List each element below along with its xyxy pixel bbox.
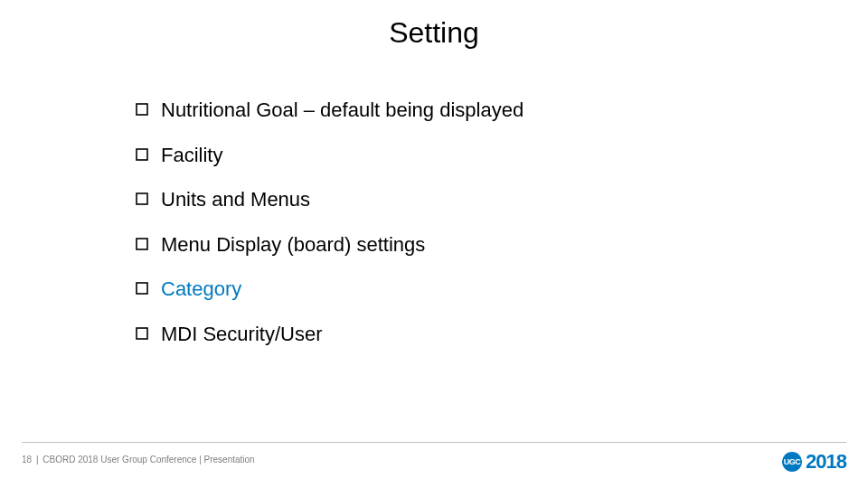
checkbox-bullet-icon — [136, 192, 148, 205]
page-number: 18 — [22, 455, 32, 465]
checkbox-bullet-icon — [136, 327, 148, 340]
checkbox-bullet-icon — [136, 148, 148, 161]
svg-rect-2 — [137, 193, 147, 204]
checkbox-bullet-icon — [136, 103, 148, 116]
list-item-label: Nutritional Goal – default being display… — [161, 98, 524, 123]
svg-rect-1 — [137, 149, 147, 160]
slide-title: Setting — [0, 16, 868, 50]
list-item: MDI Security/User — [136, 322, 796, 347]
slide: Setting Nutritional Goal – default being… — [0, 0, 868, 488]
footer-text: 18 | CBORD 2018 User Group Conference | … — [22, 455, 255, 465]
checkbox-bullet-icon — [136, 282, 148, 295]
checkbox-bullet-icon — [136, 238, 148, 250]
logo-badge: UGC — [782, 452, 802, 472]
footer-separator: | — [36, 455, 39, 465]
slide-body: Nutritional Goal – default being display… — [136, 98, 796, 366]
svg-rect-4 — [137, 283, 147, 294]
svg-rect-0 — [137, 104, 147, 115]
list-item-label: Units and Menus — [161, 187, 310, 212]
list-item: Category — [136, 277, 796, 302]
svg-rect-3 — [137, 239, 147, 249]
logo-year: 2018 — [806, 450, 846, 474]
list-item: Units and Menus — [136, 187, 796, 212]
list-item: Facility — [136, 143, 796, 168]
footer-caption: CBORD 2018 User Group Conference | Prese… — [42, 455, 254, 465]
footer-rule — [22, 442, 846, 443]
svg-rect-5 — [137, 328, 147, 339]
list-item: Nutritional Goal – default being display… — [136, 98, 796, 123]
list-item-label: Menu Display (board) settings — [161, 232, 425, 258]
list-item: Menu Display (board) settings — [136, 232, 796, 258]
list-item-label: MDI Security/User — [161, 322, 322, 347]
list-item-label: Facility — [161, 143, 222, 168]
list-item-label: Category — [161, 277, 241, 302]
conference-logo: UGC 2018 — [782, 450, 846, 474]
